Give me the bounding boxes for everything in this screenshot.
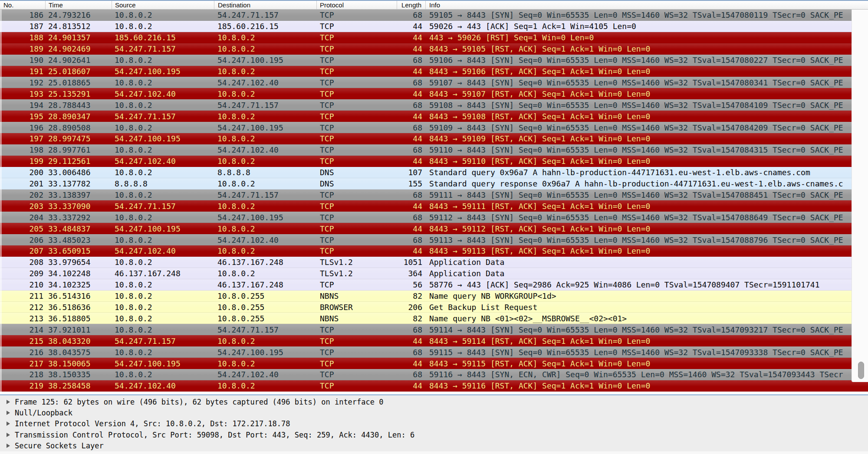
column-header-info[interactable]: Info (426, 1, 868, 9)
packet-row[interactable]: 208 33.979654 10.8.0.2 46.137.167.248 TL… (0, 257, 868, 268)
cell-length: 44 (397, 359, 426, 368)
packet-row[interactable]: 199 29.112561 54.247.102.40 10.8.0.2 TCP… (0, 156, 868, 167)
packet-row[interactable]: 207 33.650915 54.247.102.40 10.8.0.2 TCP… (0, 245, 868, 257)
packet-row[interactable]: 219 38.258458 54.247.102.40 10.8.0.2 TCP… (0, 380, 868, 392)
detail-row-ssl[interactable]: Secure Sockets Layer (0, 441, 868, 451)
packet-row[interactable]: 211 36.514316 10.8.0.2 10.8.0.255 NBNS 8… (0, 291, 868, 302)
cell-no: 202 (0, 190, 46, 199)
cell-destination: 10.8.0.2 (214, 336, 317, 346)
cell-time: 33.979654 (46, 258, 112, 267)
cell-protocol: TCP (317, 235, 397, 245)
cell-source: 185.60.216.15 (112, 33, 214, 42)
column-header-destination[interactable]: Destination (214, 1, 317, 9)
cell-length: 82 (397, 291, 426, 300)
cell-no: 188 (0, 33, 46, 42)
packet-row[interactable]: 203 33.337090 54.247.71.157 10.8.0.2 TCP… (0, 200, 868, 212)
detail-row-label: Secure Sockets Layer (15, 441, 104, 450)
cell-length: 44 (397, 44, 426, 53)
packet-row[interactable]: 212 36.518636 10.8.0.2 10.8.0.255 BROWSE… (0, 302, 868, 313)
cell-time: 38.258458 (46, 381, 112, 390)
cell-no: 191 (0, 67, 46, 76)
vertical-scrollbar[interactable] (852, 10, 868, 382)
cell-source: 10.8.0.2 (112, 348, 214, 357)
cell-protocol: NBNS (317, 291, 397, 300)
cell-length: 68 (397, 123, 426, 132)
cell-time: 24.902641 (46, 56, 112, 65)
expander-triangle-icon[interactable] (7, 400, 10, 404)
packet-row[interactable]: 189 24.902469 54.247.71.157 10.8.0.2 TCP… (0, 43, 868, 55)
expander-triangle-icon[interactable] (7, 433, 10, 437)
packet-row[interactable]: 202 33.138397 10.8.0.2 54.247.71.157 TCP… (0, 189, 868, 201)
cell-destination: 10.8.0.2 (214, 157, 317, 166)
packet-row[interactable]: 206 33.485023 10.8.0.2 54.247.102.40 TCP… (0, 234, 868, 245)
cell-no: 206 (0, 235, 46, 245)
cell-time: 36.518636 (46, 303, 112, 312)
packet-row[interactable]: 195 28.890347 54.247.71.157 10.8.0.2 TCP… (0, 111, 868, 122)
cell-length: 68 (397, 348, 426, 357)
cell-no: 198 (0, 145, 46, 154)
packet-row[interactable]: 218 38.150335 10.8.0.2 54.247.102.40 TCP… (0, 369, 868, 380)
cell-length: 364 (397, 269, 426, 278)
cell-protocol: TCP (317, 112, 397, 121)
packet-row[interactable]: 217 38.150065 54.247.100.195 10.8.0.2 TC… (0, 358, 868, 369)
cell-source: 54.247.100.195 (112, 134, 214, 143)
cell-source: 54.247.100.195 (112, 359, 214, 368)
column-header-length[interactable]: Length (397, 1, 426, 9)
cell-protocol: TCP (317, 56, 397, 65)
cell-time: 25.018865 (46, 78, 112, 87)
column-header-no[interactable]: No. (0, 1, 46, 9)
packet-row[interactable]: 190 24.902641 10.8.0.2 54.247.100.195 TC… (0, 55, 868, 66)
packet-row[interactable]: 213 36.518805 10.8.0.2 10.8.0.255 NBNS 8… (0, 313, 868, 324)
cell-protocol: BROWSER (317, 303, 397, 312)
cell-protocol: TCP (317, 325, 397, 334)
cell-info: 8443 → 59105 [RST, ACK] Seq=1 Ack=1 Win=… (426, 44, 868, 53)
packet-row[interactable]: 201 33.137782 8.8.8.8 10.8.0.2 DNS 155 S… (0, 178, 868, 189)
packet-row[interactable]: 204 33.337292 10.8.0.2 54.247.100.195 TC… (0, 212, 868, 223)
cell-info: Name query NB WORKGROUP<1d> (426, 291, 868, 300)
packet-row[interactable]: 192 25.018865 10.8.0.2 54.247.102.40 TCP… (0, 77, 868, 88)
cell-time: 38.150065 (46, 359, 112, 368)
cell-protocol: TCP (317, 78, 397, 87)
expander-triangle-icon[interactable] (7, 421, 10, 426)
packet-row[interactable]: 193 25.135291 54.247.102.40 10.8.0.2 TCP… (0, 88, 868, 99)
packet-row[interactable]: 214 37.921011 10.8.0.2 54.247.71.157 TCP… (0, 324, 868, 335)
cell-length: 44 (397, 134, 426, 143)
packet-row[interactable]: 210 34.102325 10.8.0.2 46.137.167.248 TC… (0, 279, 868, 291)
column-header-time[interactable]: Time (46, 1, 112, 9)
cell-time: 28.997761 (46, 145, 112, 154)
cell-info: 8443 → 59106 [RST, ACK] Seq=1 Ack=1 Win=… (426, 67, 868, 76)
packet-row[interactable]: 205 33.484837 54.247.100.195 10.8.0.2 TC… (0, 223, 868, 234)
cell-no: 218 (0, 370, 46, 379)
cell-destination: 54.247.100.195 (214, 123, 317, 132)
packet-row[interactable]: 200 33.006486 10.8.0.2 8.8.8.8 DNS 107 S… (0, 167, 868, 178)
expander-triangle-icon[interactable] (7, 411, 10, 415)
packet-row[interactable]: 216 38.043575 10.8.0.2 54.247.100.195 TC… (0, 346, 868, 358)
detail-row-tcp[interactable]: Transmission Control Protocol, Src Port:… (0, 429, 868, 440)
packet-row[interactable]: 215 38.043320 54.247.71.157 10.8.0.2 TCP… (0, 335, 868, 346)
expander-triangle-icon[interactable] (7, 444, 10, 448)
packet-row[interactable]: 187 24.813512 10.8.0.2 185.60.216.15 TCP… (0, 21, 868, 32)
cell-no: 192 (0, 78, 46, 87)
detail-row-null-loopback[interactable]: Null/Loopback (0, 407, 868, 418)
detail-row-ipv4[interactable]: Internet Protocol Version 4, Src: 10.8.0… (0, 418, 868, 429)
packet-row[interactable]: 196 28.890508 10.8.0.2 54.247.100.195 TC… (0, 122, 868, 133)
packet-row[interactable]: 209 34.102248 46.137.167.248 10.8.0.2 TL… (0, 268, 868, 279)
column-header-source[interactable]: Source (112, 1, 214, 9)
cell-destination: 54.247.102.40 (214, 78, 317, 87)
packet-row[interactable]: 191 25.018607 54.247.100.195 10.8.0.2 TC… (0, 66, 868, 77)
packet-row[interactable]: 188 24.901357 185.60.216.15 10.8.0.2 TCP… (0, 32, 868, 43)
packet-row[interactable]: 194 28.788443 10.8.0.2 54.247.71.157 TCP… (0, 99, 868, 111)
packet-row[interactable]: 198 28.997761 10.8.0.2 54.247.102.40 TCP… (0, 144, 868, 156)
cell-length: 44 (397, 112, 426, 121)
cell-destination: 54.247.102.40 (214, 235, 317, 245)
cell-protocol: TCP (317, 280, 397, 289)
detail-row-frame[interactable]: Frame 125: 62 bytes on wire (496 bits), … (0, 396, 868, 407)
cell-info: 59112 → 8443 [SYN] Seq=0 Win=65535 Len=0… (426, 213, 868, 222)
packet-row[interactable]: 197 28.997475 54.247.100.195 10.8.0.2 TC… (0, 133, 868, 144)
cell-destination: 10.8.0.2 (214, 67, 317, 76)
column-header-protocol[interactable]: Protocol (317, 1, 397, 9)
pane-splitter[interactable] (0, 394, 868, 395)
packet-row[interactable]: 186 24.793216 10.8.0.2 54.247.71.157 TCP… (0, 10, 868, 21)
scrollbar-thumb[interactable] (858, 362, 864, 379)
cell-destination: 54.247.71.157 (214, 10, 317, 20)
